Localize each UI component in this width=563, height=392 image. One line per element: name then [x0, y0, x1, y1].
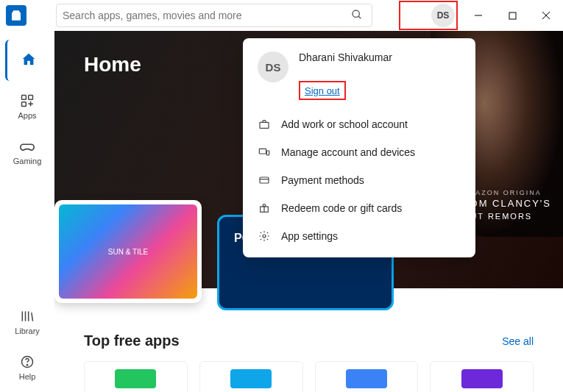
search-box[interactable]: [56, 4, 372, 27]
nav-label: Gaming: [13, 157, 42, 165]
gear-icon: [258, 229, 271, 243]
signout-highlight: Sign out: [299, 81, 346, 100]
sidebar: Apps Gaming Library Help: [0, 31, 54, 392]
nav-gaming[interactable]: Gaming: [5, 131, 49, 172]
account-name: Dharani Shivakumar: [299, 51, 402, 63]
svg-point-22: [263, 235, 266, 238]
svg-rect-7: [29, 96, 33, 100]
menu-label: App settings: [281, 230, 338, 242]
account-avatar: DS: [258, 51, 288, 82]
app-thumb: [230, 369, 272, 388]
section-title: Top free apps: [84, 332, 180, 349]
gift-icon: [258, 202, 271, 215]
devices-icon: [258, 146, 271, 159]
menu-label: Redeem code or gift cards: [281, 202, 402, 214]
app-tiles: [84, 361, 534, 392]
nav-help[interactable]: Help: [5, 346, 49, 388]
svg-rect-8: [22, 102, 26, 107]
nav-library[interactable]: Library: [5, 301, 49, 342]
card-icon: [258, 174, 271, 187]
menu-payment[interactable]: Payment methods: [243, 166, 475, 194]
user-badge-highlight: DS: [399, 1, 458, 30]
help-icon: [18, 353, 36, 371]
minimize-icon: [474, 11, 483, 20]
svg-rect-15: [260, 122, 269, 128]
nav-label: Library: [15, 327, 40, 335]
briefcase-icon: [258, 118, 271, 131]
svg-rect-3: [509, 13, 516, 19]
nav-label: Apps: [18, 111, 36, 120]
svg-rect-18: [260, 177, 269, 183]
account-menu: DS Dharani Shivakumar Sign out Add work …: [243, 38, 475, 257]
search-icon: [351, 9, 363, 21]
main-content: Home TOMORROW WAR AMAZON ORIGINA TOM CLA…: [54, 31, 563, 392]
apps-icon: [18, 92, 36, 110]
svg-line-1: [358, 16, 361, 18]
svg-rect-6: [22, 96, 26, 100]
app-thumb: [115, 369, 156, 388]
nav-apps[interactable]: Apps: [5, 85, 49, 126]
app-thumb: [346, 369, 387, 388]
menu-manage[interactable]: Manage account and devices: [243, 138, 475, 166]
menu-add-account[interactable]: Add work or school account: [243, 110, 475, 138]
thumbnail-image: SUN & TILE: [59, 204, 197, 299]
app-tile[interactable]: [199, 361, 303, 392]
app-tile[interactable]: [315, 361, 419, 392]
app-tile[interactable]: [430, 361, 534, 392]
hero-promo-text: AMAZON ORIGINA TOM CLANCY'S OUT REMORS: [463, 188, 551, 222]
store-logo: [6, 5, 26, 26]
menu-label: Manage account and devices: [281, 146, 415, 158]
account-email-redacted: [299, 65, 402, 75]
nav-label: Help: [19, 372, 36, 381]
signout-link[interactable]: Sign out: [305, 85, 340, 96]
maximize-icon: [509, 12, 517, 20]
svg-rect-17: [266, 151, 269, 155]
minimize-button[interactable]: [461, 0, 495, 31]
close-button[interactable]: [529, 0, 563, 31]
search-button[interactable]: [348, 6, 366, 26]
svg-point-0: [353, 10, 359, 17]
menu-settings[interactable]: App settings: [243, 222, 475, 250]
svg-point-14: [26, 365, 27, 366]
gaming-icon: [18, 138, 36, 155]
app-tile[interactable]: [84, 361, 188, 392]
menu-label: Payment methods: [281, 174, 364, 186]
home-icon: [20, 51, 38, 68]
svg-line-12: [32, 313, 33, 321]
maximize-button[interactable]: [495, 0, 529, 31]
hero-thumbnail-card[interactable]: SUN & TILE: [54, 200, 202, 303]
menu-label: Add work or school account: [281, 118, 408, 130]
nav-home[interactable]: [5, 40, 49, 81]
close-icon: [542, 11, 550, 20]
svg-rect-16: [259, 149, 266, 154]
see-all-link[interactable]: See all: [502, 335, 534, 347]
search-input[interactable]: [63, 10, 348, 21]
user-badge[interactable]: DS: [431, 4, 455, 27]
app-thumb: [461, 369, 503, 388]
library-icon: [18, 307, 36, 325]
menu-redeem[interactable]: Redeem code or gift cards: [243, 194, 475, 222]
